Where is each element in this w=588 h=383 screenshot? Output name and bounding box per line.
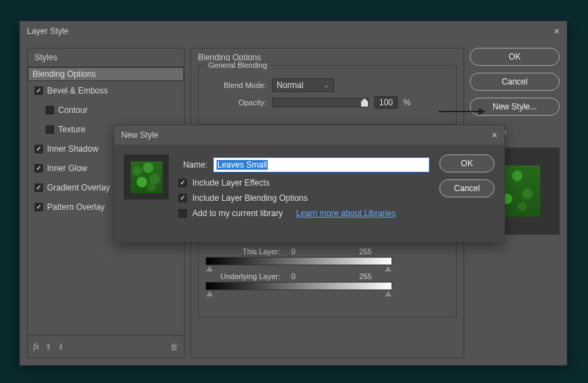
- gradient-stop-icon[interactable]: [206, 266, 213, 271]
- add-library-label: Add to my current library: [192, 208, 283, 218]
- percent-label: %: [403, 98, 411, 107]
- sidebar-item-checkbox[interactable]: [35, 164, 43, 172]
- arrow-down-icon[interactable]: ⬇: [57, 342, 64, 352]
- under-low: 0: [291, 272, 295, 280]
- sidebar-item-checkbox[interactable]: [46, 125, 54, 134]
- sidebar-item-blending-options[interactable]: Blending Options: [28, 67, 184, 81]
- sidebar-item-contour[interactable]: Contour: [28, 100, 184, 120]
- layer-style-titlebar[interactable]: Layer Style ×: [20, 21, 567, 41]
- sidebar-item-checkbox[interactable]: [35, 184, 43, 192]
- include-effects-checkbox[interactable]: [178, 179, 187, 187]
- chevron-down-icon: ⌄: [324, 82, 329, 89]
- gradient-stop-icon[interactable]: [385, 266, 392, 271]
- new-style-cancel-button[interactable]: Cancel: [439, 179, 495, 197]
- pointer-arrow-icon: [439, 111, 480, 112]
- trash-icon[interactable]: 🗑: [170, 342, 178, 352]
- learn-libraries-link[interactable]: Learn more about Libraries: [296, 208, 396, 218]
- leaves-thumb-image: [131, 161, 163, 193]
- new-style-ok-button[interactable]: OK: [439, 154, 495, 172]
- this-layer-label: This Layer:: [205, 247, 280, 256]
- fx-icon[interactable]: fx: [33, 341, 39, 352]
- style-thumbnail: [124, 154, 169, 199]
- arrow-up-icon[interactable]: ⬆: [45, 342, 52, 352]
- sidebar-item-checkbox[interactable]: [35, 145, 43, 153]
- sidebar-item-checkbox[interactable]: [35, 87, 43, 95]
- sidebar-item-bevel-emboss[interactable]: Bevel & Emboss: [28, 81, 184, 100]
- opacity-label: Opacity:: [205, 98, 266, 107]
- sidebar-item-checkbox[interactable]: [35, 203, 43, 211]
- opacity-value[interactable]: 100: [374, 96, 398, 109]
- gradient-stop-icon[interactable]: [385, 291, 392, 296]
- close-icon[interactable]: ×: [492, 130, 497, 141]
- cancel-button[interactable]: Cancel: [470, 73, 560, 91]
- opacity-slider[interactable]: [272, 98, 369, 107]
- sidebar-item-label: Gradient Overlay: [47, 183, 110, 193]
- blend-mode-label: Blend Mode:: [205, 81, 266, 89]
- sidebar-item-label: Inner Glow: [47, 163, 87, 173]
- include-blending-label: Include Layer Blending Options: [192, 193, 308, 203]
- ok-button[interactable]: OK: [470, 48, 560, 66]
- this-layer-high: 255: [359, 247, 371, 256]
- close-icon[interactable]: ×: [554, 26, 560, 37]
- new-style-dialog: New Style × Name: Leaves Small Include L…: [113, 125, 505, 242]
- sidebar-item-label: Bevel & Emboss: [47, 86, 108, 96]
- sidebar-item-label: Texture: [58, 125, 85, 134]
- name-label: Name:: [178, 160, 208, 170]
- include-effects-label: Include Layer Effects: [192, 178, 270, 188]
- sidebar-item-label: Pattern Overlay: [47, 202, 104, 212]
- gradient-stop-icon[interactable]: [206, 291, 213, 296]
- sidebar-item-checkbox[interactable]: [46, 106, 54, 114]
- underlying-layer-gradient[interactable]: [205, 282, 392, 290]
- sidebar-item-label: Inner Shadow: [47, 144, 98, 154]
- sidebar-item-label: Contour: [58, 105, 88, 115]
- layer-style-title: Layer Style: [27, 26, 68, 36]
- name-input[interactable]: Leaves Small: [213, 157, 430, 172]
- add-library-checkbox[interactable]: [178, 209, 187, 217]
- this-layer-low: 0: [291, 247, 295, 256]
- include-blending-checkbox[interactable]: [178, 194, 187, 202]
- general-blending-group: General Blending Blend Mode: Normal ⌄ Op…: [198, 65, 457, 125]
- new-style-title: New Style: [121, 130, 158, 140]
- underlying-layer-label: Underlying Layer:: [205, 272, 280, 280]
- slider-thumb-icon[interactable]: [361, 98, 368, 107]
- sidebar-footer: fx ⬆ ⬇ 🗑: [28, 335, 184, 357]
- general-blending-title: General Blending: [205, 61, 270, 69]
- sidebar-item-label: Blending Options: [33, 69, 95, 79]
- blend-mode-select[interactable]: Normal ⌄: [272, 78, 334, 92]
- sidebar-header[interactable]: Styles: [28, 48, 184, 67]
- under-high: 255: [359, 272, 371, 280]
- new-style-titlebar[interactable]: New Style ×: [114, 125, 504, 145]
- this-layer-gradient[interactable]: [205, 257, 392, 265]
